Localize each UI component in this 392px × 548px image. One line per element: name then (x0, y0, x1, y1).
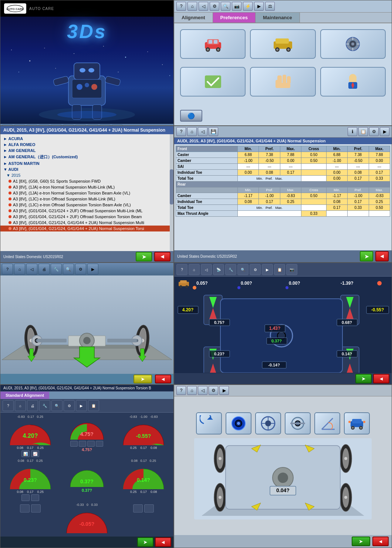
tab-alignment[interactable]: Alignment (174, 13, 213, 23)
pref-icon-person[interactable] (320, 67, 386, 97)
prefs-icon4[interactable]: ▶ (254, 2, 264, 11)
prefs-help-btn[interactable]: ? (176, 2, 186, 11)
gauge4-icon2[interactable] (31, 494, 39, 501)
gauge7-icon1[interactable] (20, 504, 30, 513)
model-a3-g01-ml[interactable]: A3 [8V], (G01/G04, G21/G24 + 2UF) Offroa… (0, 208, 173, 214)
3d-next-btn[interactable]: ▶ (87, 264, 98, 275)
live-back-btn[interactable]: ◁ (201, 264, 212, 275)
live-back-nav-btn[interactable]: ◄ (373, 374, 389, 383)
pref-icon-car[interactable] (180, 29, 246, 59)
brand-audi[interactable]: ▼ AUDI (0, 166, 173, 172)
vehicle-next-btn[interactable]: ➤ (136, 252, 152, 261)
tools-back-btn[interactable]: ◁ (198, 386, 207, 395)
gauges-back-btn[interactable]: ◄ (155, 537, 171, 547)
live-next-btn[interactable]: ▶ (262, 264, 273, 275)
model-a3-1ja-ml[interactable]: A3 [8V], (1JA) e-tron Normal Suspension … (0, 184, 173, 190)
gauge2-icon4[interactable] (96, 441, 103, 447)
model-a3-g01-tb[interactable]: A3 [8V], (G01/G04, G21/G24 + 2UF) Offroa… (0, 214, 173, 220)
live-next-nav-btn[interactable]: ➤ (355, 374, 372, 383)
gauge-list-btn[interactable]: 📋 (88, 400, 99, 411)
gauge9-icon2[interactable] (144, 504, 154, 513)
live-camera-btn[interactable]: 📷 (286, 264, 297, 275)
pref-icon-check[interactable] (180, 67, 246, 97)
tools-next-btn[interactable]: ➤ (352, 537, 370, 546)
tool-car-with-sensors-icon[interactable] (344, 412, 370, 434)
tab-preferences[interactable]: Preferences (213, 13, 256, 23)
model-a3-1ja-vl[interactable]: A3 [8V], (1JA) e-tron Normal Suspension … (0, 190, 173, 196)
prefs-back-btn[interactable]: ◁ (199, 2, 208, 11)
gauge4-icon1[interactable] (21, 494, 30, 501)
specs-next-btn[interactable]: ▶ (380, 127, 389, 136)
model-a3-1jc-vl[interactable]: A3 [8V], (1JC) e-tron Offroad Suspension… (0, 202, 173, 208)
specs-back-nav-btn[interactable]: ◄ (375, 251, 389, 261)
live-list-btn[interactable]: 📋 (274, 264, 285, 275)
specs-save-btn[interactable]: 💾 (209, 127, 218, 136)
specs-settings-btn[interactable]: ⚙ (369, 127, 379, 136)
gauge1-icon1[interactable]: 📊 (21, 450, 30, 457)
model-a3-1jc-ml[interactable]: A3 [8V], (1JC) e-tron Offroad Suspension… (0, 196, 173, 202)
tab-standard-alignment[interactable]: Standard Alignment (0, 392, 49, 399)
model-a3-g01-normal[interactable]: A3 [8V], (G01/G04, G21/G24, G41/G44 + 2U… (0, 220, 173, 226)
live-help-btn[interactable]: ? (176, 264, 187, 275)
specs-back-btn[interactable]: ◁ (198, 127, 207, 136)
gauge7-icon2[interactable] (31, 504, 41, 513)
specs-help-btn[interactable]: ? (176, 127, 186, 136)
live-sensor-btn[interactable]: 📡 (213, 264, 224, 275)
tools-back-btn[interactable]: ◄ (372, 537, 389, 546)
3d-help-btn[interactable]: ? (2, 264, 13, 275)
3d-wrench-btn[interactable]: 🔧 (51, 264, 62, 275)
model-a1[interactable]: A1 [8X], (G58, G60) S1 Sports Suspension… (0, 178, 173, 184)
gauge-help-btn[interactable]: ? (3, 400, 14, 411)
gauge-next-btn[interactable]: ▶ (76, 400, 87, 411)
vehicle-list-content[interactable]: ► ACURA ► ALFA ROMEO ► AM GENERAL ► AM G… (0, 134, 173, 251)
gauge2-icon1[interactable] (70, 441, 78, 447)
prefs-nav-btn[interactable]: 🔵 (180, 110, 202, 122)
prefs-icon2[interactable]: 📷 (232, 2, 241, 11)
live-home-btn[interactable]: ⌂ (189, 264, 200, 275)
gauge-print-btn[interactable]: 🖨 (27, 400, 38, 411)
specs-next-nav-btn[interactable]: ➤ (360, 251, 373, 261)
tab-maintenance[interactable]: Maintenance (256, 13, 300, 23)
prefs-icon3[interactable]: ⚡ (243, 2, 253, 11)
tools-settings-btn[interactable]: ⚙ (209, 386, 218, 395)
gauge-zoom-btn[interactable]: 🔍 (51, 400, 62, 411)
tool-axle-icon[interactable] (285, 412, 311, 434)
prefs-home-btn[interactable]: ⌂ (187, 2, 197, 11)
tools-help-btn[interactable]: ? (176, 386, 186, 395)
prefs-icon5[interactable]: ⚖ (265, 2, 275, 11)
3d-yellow-next-btn[interactable]: ➤ (134, 375, 152, 383)
vehicle-back-btn[interactable]: ◄ (154, 252, 170, 261)
brand-alfa-romeo[interactable]: ► ALFA ROMEO (0, 142, 173, 148)
live-settings-btn[interactable]: ⚙ (250, 264, 261, 275)
gauge2-icon3[interactable] (87, 441, 95, 447)
prefs-icon1[interactable]: 🔍 (221, 2, 230, 11)
gauge-settings-btn[interactable]: ⚙ (64, 400, 75, 411)
3d-home-btn[interactable]: ⌂ (14, 264, 25, 275)
brand-acura[interactable]: ► ACURA (0, 136, 173, 142)
pref-icon-wheel-settings[interactable] (320, 29, 386, 59)
pref-icon-suv[interactable] (250, 29, 315, 59)
tool-angle-icon[interactable] (314, 412, 340, 434)
specs-home-btn[interactable]: ⌂ (187, 127, 197, 136)
brand-am-general-custom[interactable]: ► AM GENERAL（进口）(Customized) (0, 153, 173, 160)
3d-zoom-btn[interactable]: 🔍 (63, 264, 74, 275)
live-zoom-btn[interactable]: 🔍 (237, 264, 249, 275)
specs-info-btn[interactable]: ℹ (348, 127, 357, 136)
gauge-wrench-btn[interactable]: 🔧 (39, 400, 50, 411)
brand-am-general[interactable]: ► AM GENERAL (0, 148, 173, 153)
gauges-next-btn[interactable]: ➤ (137, 537, 153, 547)
gauge-home-btn[interactable]: ⌂ (15, 400, 26, 411)
3d-back-btn[interactable]: ◁ (26, 264, 37, 275)
3d-settings-btn[interactable]: ⚙ (75, 264, 86, 275)
audi-year[interactable]: ▼ 2015 (0, 172, 173, 178)
tool-steering-icon[interactable] (255, 412, 281, 434)
brand-aston-martin[interactable]: ► ASTON MARTIN (0, 160, 173, 166)
model-a3-selected[interactable]: A3 [8V], (G01/G04, G21/G24, G41/G44 + 2U… (0, 226, 173, 231)
3d-print-btn[interactable]: 🖨 (38, 264, 50, 275)
specs-list-btn[interactable]: 📋 (358, 127, 368, 136)
live-tool-btn[interactable]: 🔧 (225, 264, 236, 275)
tool-wheel-blue-icon[interactable] (226, 412, 251, 434)
3d-red-back-btn[interactable]: ◄ (155, 375, 171, 383)
gauge2-icon2[interactable] (79, 441, 86, 447)
gauge9-icon1[interactable] (133, 504, 143, 513)
